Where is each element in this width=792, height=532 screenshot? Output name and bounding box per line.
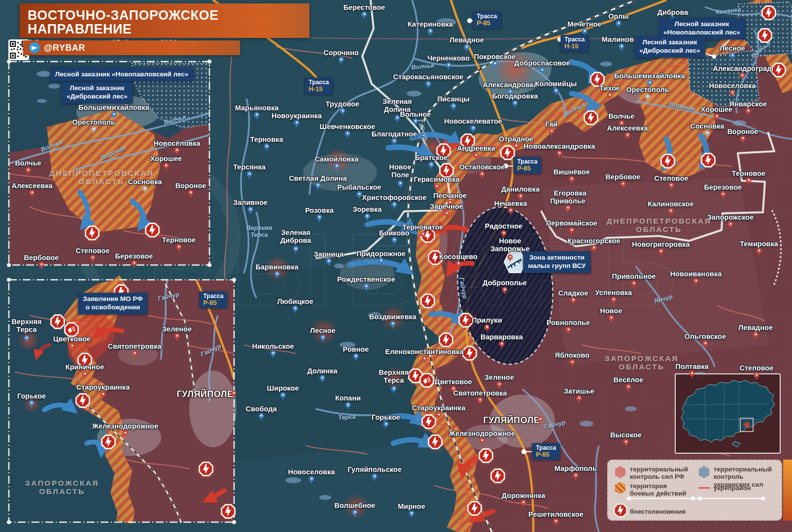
legend-ru-control-icon [615, 466, 626, 478]
legend-item-label: боестолкновения [630, 508, 699, 515]
legend-clash-icon [613, 503, 627, 517]
legend-item-label: укрепрайон [714, 484, 779, 492]
accent-bar [783, 460, 792, 521]
map-title: ВОСТОЧНО-ЗАПОРОЖСКОЕ НАПРАВЛЕНИЕ [28, 8, 310, 36]
minimap-overview [675, 374, 780, 453]
legend-item-label: территориальный контроль сил РФ [630, 466, 689, 481]
title-banner: ВОСТОЧНО-ЗАПОРОЖСКОЕ НАПРАВЛЕНИЕ Обстано… [20, 3, 310, 38]
channel-name: @RYBAR [44, 43, 85, 53]
telegram-icon [29, 42, 40, 53]
legend-ua-control-icon [698, 466, 710, 478]
inset-dnipro-border [7, 60, 211, 267]
map-poster: РЫБАРЬ [0, 0, 792, 532]
channel-badge: @RYBAR [23, 40, 240, 55]
legend-combat-zone-icon [615, 482, 626, 494]
legend: территориальный контроль сил РФ территор… [607, 460, 782, 521]
legend-item-label: территория боевых действий [630, 482, 689, 498]
map-geography: РЫБАРЬ [0, 0, 792, 532]
legend-fortified-line-icon [698, 487, 710, 489]
legend-separator [629, 498, 763, 499]
inset-gulyaipole [7, 278, 238, 524]
